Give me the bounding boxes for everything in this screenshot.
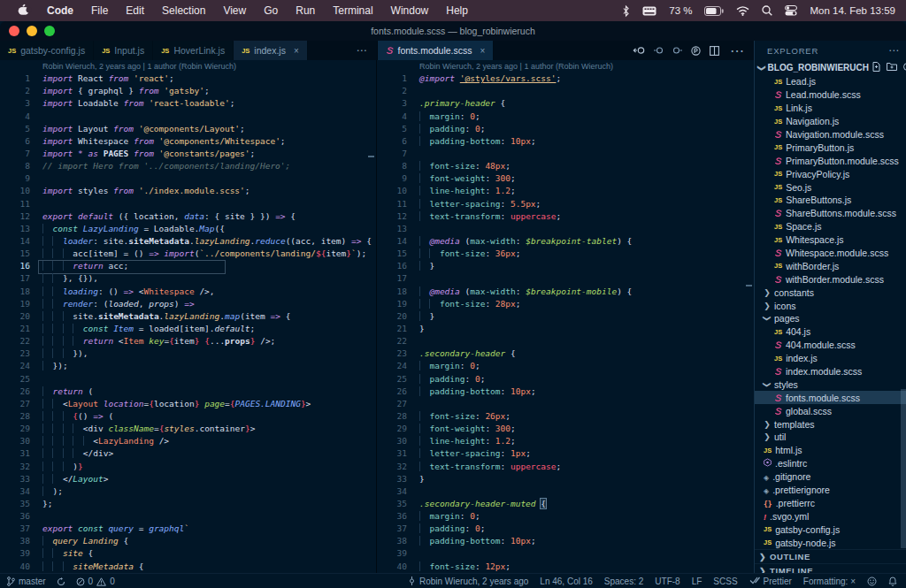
file-tree-item-Whitespace.js[interactable]: JSWhitespace.js [755,233,906,247]
code-line[interactable]: 32 )} [0,461,376,473]
line-number[interactable]: 39 [0,547,30,560]
line-number[interactable]: 2 [377,85,407,97]
code-line[interactable]: 31 </div> [0,447,376,460]
status-item-utf-8[interactable]: UTF-8 [655,577,680,586]
code-line[interactable]: 12export default ({ location, data: { si… [0,210,376,223]
bell-icon[interactable] [888,577,897,586]
sync-button[interactable] [57,577,65,586]
code-line[interactable]: 11 letter-spacing: 5.5px; [377,198,754,210]
line-number[interactable]: 35 [0,498,30,510]
line-number[interactable]: 31 [0,447,30,460]
line-number[interactable]: 26 [377,386,407,398]
code-line[interactable]: 2 [377,85,754,97]
line-number[interactable]: 10 [377,185,407,197]
line-number[interactable]: 20 [0,310,30,323]
file-tree-item-icons[interactable]: ❯icons [755,299,906,312]
menu-selection[interactable]: Selection [153,4,214,17]
line-number[interactable]: 33 [0,473,30,485]
line-number[interactable]: 23 [0,347,30,360]
search-icon[interactable] [762,5,772,16]
open-changes-icon[interactable] [633,46,645,55]
line-number[interactable]: 13 [0,223,30,235]
wifi-icon[interactable] [736,6,749,16]
line-number[interactable]: 4 [377,111,407,123]
git-branch-indicator[interactable]: master [7,577,46,586]
menu-edit[interactable]: Edit [117,4,153,17]
code-line[interactable]: 37 padding: 0; [377,523,754,535]
code-line[interactable]: 5import Layout from '@components/Layout'… [0,123,376,135]
problems-indicator[interactable]: 0 0 [76,577,115,586]
line-number[interactable]: 29 [0,423,30,435]
code-line[interactable]: 40 font-size: 12px; [377,561,754,573]
previous-change-icon[interactable] [654,46,664,55]
line-number[interactable]: 30 [377,435,407,447]
code-line[interactable]: 25 padding: 0; [377,373,754,386]
code-line[interactable]: 32 text-transform: uppercase; [377,461,754,473]
line-number[interactable]: 19 [377,298,407,310]
line-number[interactable]: 21 [377,323,407,335]
file-tree-item-Navigation.module.scss[interactable]: Navigation.module.scss [755,128,906,141]
code-line[interactable]: 4 margin: 0; [377,111,754,123]
code-line[interactable]: 33} [377,473,754,485]
code-line[interactable]: 30 <LazyLanding /> [0,435,376,447]
line-number[interactable]: 5 [0,123,30,135]
code-line[interactable]: 18 @media (max-width: $breakpoint-mobile… [377,286,754,298]
code-line[interactable]: 28 {() => ( [0,410,376,423]
line-number[interactable]: 34 [0,485,30,498]
code-line[interactable]: 11 [0,198,376,210]
line-number[interactable]: 13 [377,223,407,235]
line-number[interactable]: 22 [0,335,30,347]
explorer-more-actions[interactable]: ⋯ [888,44,900,57]
close-tab-icon[interactable]: × [294,46,299,56]
file-tree-item-ShareButtons.module.scss[interactable]: ShareButtons.module.scss [755,207,906,220]
menu-run[interactable]: Run [287,4,324,17]
code-line[interactable]: 24 }); [0,360,376,372]
line-number[interactable]: 29 [377,423,407,435]
left-tab-HoverLink.js[interactable]: JSHoverLink.js [153,41,234,60]
code-line[interactable]: 14 @media (max-width: $breakpoint-tablet… [377,235,754,248]
code-line[interactable]: 35}; [0,498,376,510]
code-line[interactable]: 26 return ( [0,386,376,398]
split-editor-icon[interactable] [710,46,719,56]
file-tree-item-global.scss[interactable]: global.scss [755,404,906,417]
file-tree-item-Lead.js[interactable]: JSLead.js [755,75,906,88]
file-tree-item-PrimaryButton.module.scss[interactable]: PrimaryButton.module.scss [755,154,906,167]
gitlens-annotate-icon[interactable] [691,46,701,56]
keyboard-icon[interactable] [642,6,656,16]
status-item-spaces-2[interactable]: Spaces: 2 [604,577,643,586]
code-line[interactable]: 17 [377,272,754,285]
line-number[interactable]: 7 [377,148,407,160]
status-item-scss[interactable]: SCSS [713,577,737,586]
code-line[interactable]: 3.primary-header { [377,97,754,110]
status-item-prettier[interactable]: Prettier [749,577,792,586]
line-number[interactable]: 32 [377,461,407,473]
line-number[interactable]: 14 [0,235,30,248]
code-line[interactable]: 29 <div className={styles.container}> [0,423,376,435]
left-tab-index.js[interactable]: JSindex.js× [234,41,308,60]
code-line[interactable]: 16 } [377,260,754,272]
line-number[interactable]: 9 [377,172,407,185]
line-number[interactable]: 3 [0,97,30,110]
code-line[interactable]: 26 padding-bottom: 10px; [377,386,754,398]
line-number[interactable]: 3 [377,97,407,110]
line-number[interactable]: 27 [377,398,407,410]
menu-terminal[interactable]: Terminal [324,4,381,17]
file-tree-item-404.js[interactable]: JS404.js [755,325,906,339]
file-tree-item-index.module.scss[interactable]: index.module.scss [755,365,906,378]
line-number[interactable]: 25 [377,373,407,386]
code-line[interactable]: 38 query Landing { [0,535,376,547]
code-line[interactable]: 39 [377,547,754,560]
status-item-robin-wieruch-2-years-ago[interactable]: Robin Wieruch, 2 years ago [408,577,528,587]
line-number[interactable]: 38 [0,535,30,547]
code-line[interactable]: 15 acc[item] = () => import(`../componen… [0,248,376,260]
line-number[interactable]: 1 [0,73,30,85]
code-line[interactable]: 7import * as PAGES from '@constants/page… [0,148,376,160]
file-tree-item-.gitignore[interactable]: ◈.gitignore [755,470,906,484]
file-tree-item-Seo.js[interactable]: JSSeo.js [755,180,906,194]
line-number[interactable]: 18 [377,286,407,298]
window-titlebar[interactable]: fonts.module.scss — blog_robinwieruch [0,21,906,41]
line-number[interactable]: 17 [0,272,30,285]
line-number[interactable]: 22 [377,335,407,347]
file-tree-item-withBorder.js[interactable]: JSwithBorder.js [755,259,906,272]
line-number[interactable]: 40 [377,561,407,573]
